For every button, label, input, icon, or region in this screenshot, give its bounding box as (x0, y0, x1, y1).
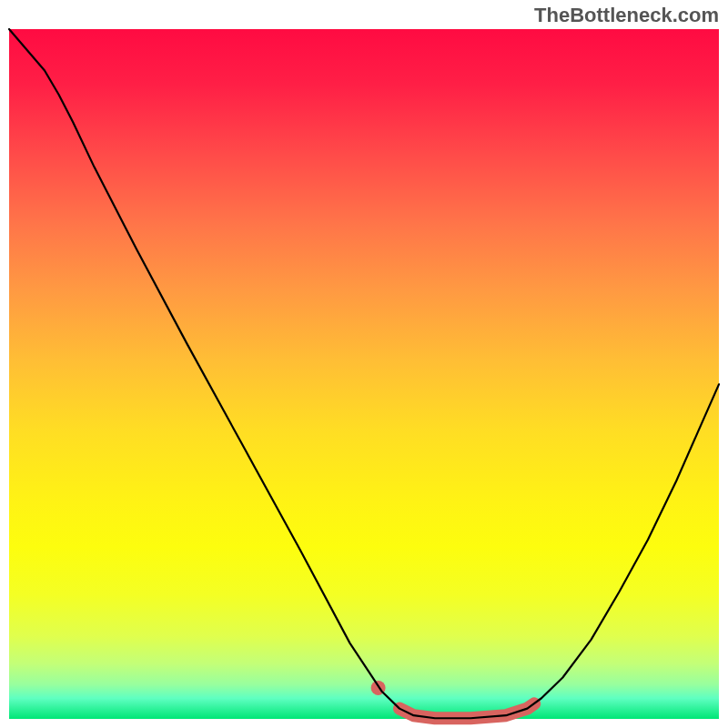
chart-container: TheBottleneck.com (0, 0, 728, 728)
chart-svg (0, 0, 728, 728)
watermark-text: TheBottleneck.com (534, 4, 719, 27)
gradient-background (9, 29, 719, 719)
